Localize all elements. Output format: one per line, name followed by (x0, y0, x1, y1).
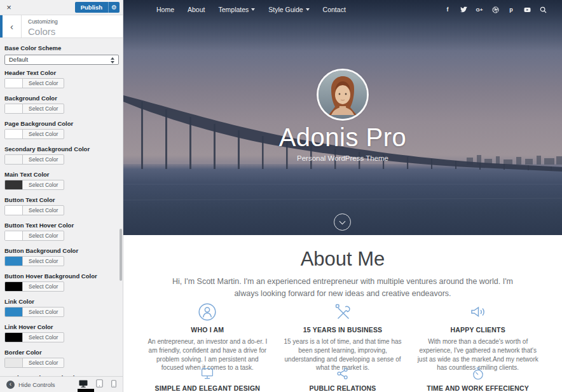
device-desktop-button[interactable] (79, 380, 88, 389)
select-color-label: Select Color (23, 130, 64, 139)
select-color-label: Select Color (23, 180, 64, 189)
chevron-down-icon (306, 8, 310, 11)
select-color-button[interactable]: Select Color (4, 104, 64, 114)
share-icon (280, 366, 406, 381)
youtube-icon[interactable] (523, 6, 531, 13)
nav-label: Style Guide (268, 6, 303, 13)
twitter-icon[interactable] (460, 6, 467, 13)
color-control: Page Background Color Select Color (4, 120, 118, 141)
nav-item-contact[interactable]: Contact (323, 6, 346, 13)
select-color-label: Select Color (23, 206, 64, 215)
controls-panel: Base Color Scheme Default Header Text Co… (0, 38, 123, 392)
color-control: Button Hover Background Color Select Col… (4, 273, 118, 294)
google-plus-icon[interactable]: G+ (476, 6, 483, 13)
color-control: Border Color Select Color (4, 349, 118, 370)
color-control-label: Header Text Color (4, 69, 118, 76)
color-control: Link Color Select Color (4, 298, 118, 319)
color-control-label: Button Hover Background Color (4, 273, 118, 280)
color-control: Link Hover Color Select Color (4, 323, 118, 344)
customizer-window: × Publish ⚙ ‹ Customizing Colors Base Co… (0, 0, 562, 392)
facebook-icon[interactable]: f (444, 6, 451, 13)
select-color-button[interactable]: Select Color (4, 231, 64, 241)
select-color-button[interactable]: Select Color (4, 129, 64, 139)
color-control-label: Link Hover Color (4, 323, 118, 330)
hide-controls-label: Hide Controls (18, 381, 55, 388)
color-swatch (5, 231, 23, 240)
sidebar-scrollbar-thumb[interactable] (120, 229, 122, 281)
select-color-button[interactable]: Select Color (4, 358, 64, 368)
color-swatch (5, 257, 23, 266)
site-title: Adonis Pro (123, 123, 562, 152)
color-control-label: Page Background Color (4, 120, 118, 127)
select-color-button[interactable]: Select Color (4, 154, 64, 165)
pinterest-icon[interactable]: p (507, 6, 515, 13)
feature-title: WHO I AM (145, 326, 270, 334)
color-control: Secondary Background Color Select Color (4, 145, 118, 166)
avatar (317, 69, 369, 121)
publish-button[interactable]: Publish (75, 2, 108, 13)
site-tagline: Personal WordPress Theme (123, 154, 562, 162)
nav-item-about[interactable]: About (188, 6, 205, 13)
select-color-button[interactable]: Select Color (4, 205, 64, 215)
nav-item-home[interactable]: Home (156, 6, 174, 13)
color-control-label: Border Color (4, 349, 118, 356)
dribbble-icon[interactable] (491, 6, 499, 13)
color-swatch (5, 333, 23, 342)
select-color-button[interactable]: Select Color (4, 307, 64, 317)
device-tablet-button[interactable] (96, 379, 103, 389)
nav-label: Templates (218, 6, 249, 13)
base-color-scheme-label: Base Color Scheme (4, 44, 118, 52)
color-swatch (5, 104, 23, 113)
close-customizer-button[interactable]: × (3, 1, 15, 14)
feature-title: TIME AND WORK EFFECIENCY (415, 384, 540, 392)
color-swatch (5, 358, 23, 367)
tablet-icon (96, 379, 103, 388)
hero-section: Home About Templates Style Guide Contact… (123, 0, 562, 235)
select-color-button[interactable]: Select Color (4, 256, 64, 266)
device-mobile-button[interactable] (111, 380, 116, 389)
select-color-button[interactable]: Select Color (4, 78, 64, 88)
color-swatch (5, 130, 23, 139)
customizing-eyebrow: Customizing (28, 18, 58, 25)
customizer-sidebar: × Publish ⚙ ‹ Customizing Colors Base Co… (0, 0, 123, 392)
nav-label: Home (156, 6, 174, 13)
feature-happy-clients: HAPPY CLIENTS With more than a decade's … (415, 302, 540, 372)
color-control-label: Link Color (4, 298, 118, 305)
about-intro: Hi, I'm Scott Martin. I'm an experienced… (165, 276, 521, 300)
scroll-down-button[interactable] (334, 213, 351, 231)
publish-settings-gear-icon[interactable]: ⚙ (108, 2, 120, 13)
color-swatch (5, 180, 23, 189)
color-control: Header Text Color Select Color (4, 69, 118, 90)
base-color-scheme-select[interactable]: Default (4, 55, 119, 65)
select-color-button[interactable]: Select Color (4, 281, 64, 292)
back-button[interactable]: ‹ (0, 15, 22, 37)
theme-preview: Home About Templates Style Guide Contact… (123, 0, 562, 392)
device-preview-buttons (79, 379, 116, 389)
hide-controls-button[interactable]: ‹ Hide Controls (6, 381, 55, 389)
color-swatch (5, 79, 23, 88)
search-icon[interactable] (539, 6, 547, 13)
select-color-label: Select Color (23, 104, 64, 113)
color-control-label: Secondary Background Color (4, 145, 118, 152)
color-control-label: Button Text Hover Color (4, 222, 118, 229)
select-color-button[interactable]: Select Color (4, 180, 64, 190)
feature-title: SIMPLE AND ELEGANT DESIGN (145, 384, 270, 392)
features-row-1: WHO I AM An entrepreneur, an investor an… (145, 302, 540, 372)
select-color-label: Select Color (23, 257, 64, 266)
color-control: Main Text Color Select Color (4, 171, 118, 192)
stopwatch-icon (415, 366, 540, 381)
feature-title: PUBLIC RELATIONS (280, 384, 406, 392)
nav-item-templates[interactable]: Templates (218, 6, 255, 13)
features-row-2: SIMPLE AND ELEGANT DESIGN PUBLIC RELATIO… (145, 366, 540, 392)
color-control-label: Main Text Color (4, 171, 118, 178)
collapse-arrow-icon: ‹ (6, 381, 15, 389)
nav-item-style-guide[interactable]: Style Guide (268, 6, 309, 13)
customizer-topbar: × Publish ⚙ (0, 0, 123, 15)
nav-label: About (188, 6, 205, 13)
person-icon (145, 302, 270, 321)
select-color-label: Select Color (23, 155, 64, 164)
feature-years-in-business: 15 YEARS IN BUSINESS 15 years is a lot o… (280, 302, 406, 372)
select-color-button[interactable]: Select Color (4, 332, 64, 342)
color-control: Background Color Select Color (4, 95, 118, 116)
megaphone-icon (415, 302, 540, 321)
